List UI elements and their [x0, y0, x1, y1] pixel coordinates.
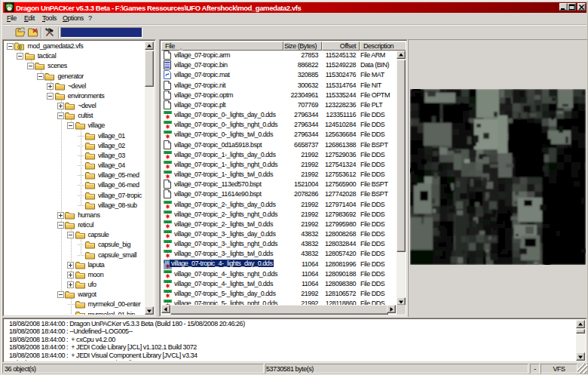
svg-text:DDS: DDS: [165, 269, 171, 273]
svg-text:DDS: DDS: [165, 160, 171, 164]
svg-text:DDS: DDS: [165, 250, 171, 254]
svg-text:DDS: DDS: [165, 230, 171, 234]
svg-text:DDS: DDS: [165, 210, 171, 214]
svg-text:DDS: DDS: [165, 290, 171, 294]
svg-text:DDS: DDS: [165, 300, 171, 303]
svg-text:DDS: DDS: [165, 279, 171, 283]
svg-text:DDS: DDS: [165, 131, 171, 134]
svg-text:DDS: DDS: [165, 111, 171, 115]
svg-text:DDS: DDS: [165, 200, 171, 204]
svg-text:DDS: DDS: [165, 220, 171, 223]
svg-text:DDS: DDS: [165, 240, 171, 244]
svg-text:DDS: DDS: [165, 150, 171, 154]
svg-text:DDS: DDS: [165, 171, 171, 174]
svg-text:DDS: DDS: [165, 121, 171, 124]
